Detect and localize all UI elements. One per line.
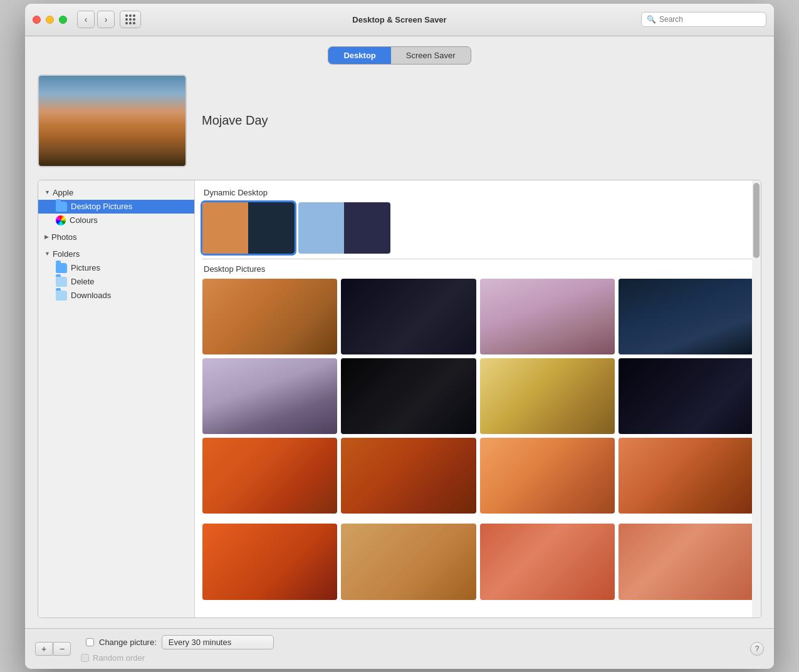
sidebar-folders-header[interactable]: ▼ Folders [38, 247, 194, 261]
change-picture-row: Change picture: Every 5 seconds Every 1 … [86, 635, 274, 649]
sidebar-item-delete[interactable]: Delete [38, 275, 194, 289]
list-item[interactable] [341, 358, 476, 434]
sidebar-section-folders: ▼ Folders Pictures Delete Downloads [38, 247, 194, 302]
list-item[interactable] [341, 438, 476, 514]
dynamic-desktop-grid [202, 202, 390, 254]
dynamic-desktop-label: Dynamic Desktop [202, 188, 753, 197]
titlebar: ‹ › Desktop & Screen Saver 🔍 [25, 4, 774, 36]
tab-bar: Desktop Screen Saver [38, 46, 761, 65]
bottom-bar: + − Change picture: Every 5 seconds Ever… [25, 628, 774, 669]
remove-button[interactable]: − [53, 642, 71, 656]
sidebar-downloads-label: Downloads [71, 291, 111, 300]
add-remove-buttons: + − [35, 642, 71, 656]
help-button[interactable]: ? [750, 642, 764, 656]
preview-section: Mojave Day [38, 75, 761, 167]
section-divider [202, 259, 753, 259]
sidebar-colours-label: Colours [70, 215, 98, 225]
sidebar-delete-label: Delete [71, 277, 95, 286]
desktop-pictures-section: Desktop Pictures [202, 264, 753, 599]
list-item[interactable] [480, 358, 615, 434]
sidebar-item-downloads[interactable]: Downloads [38, 289, 194, 302]
preview-thumbnail [38, 75, 187, 167]
main-content: Desktop Screen Saver Mojave Day ▼ Apple [25, 36, 774, 628]
preview-image [39, 76, 185, 166]
interval-select[interactable]: Every 5 seconds Every 1 minute Every 5 m… [162, 635, 274, 649]
close-button[interactable] [33, 16, 41, 24]
change-picture-label: Change picture: [99, 638, 157, 647]
controls-right: Change picture: Every 5 seconds Every 1 … [81, 635, 274, 663]
change-picture-checkbox[interactable] [86, 638, 94, 646]
search-input[interactable] [659, 15, 761, 24]
sidebar-apple-label: Apple [53, 188, 73, 197]
search-bar[interactable]: 🔍 [641, 12, 766, 27]
interval-select-wrapper: Every 5 seconds Every 1 minute Every 5 m… [162, 635, 274, 649]
nav-buttons: ‹ › [77, 11, 115, 28]
list-item[interactable] [202, 279, 337, 354]
sidebar-photos-label: Photos [51, 232, 76, 242]
color-circle-icon [56, 215, 66, 225]
list-item[interactable] [202, 524, 337, 599]
wallpaper-catalina-dynamic[interactable] [298, 202, 390, 254]
list-item[interactable] [341, 279, 476, 354]
desktop-pictures-label: Desktop Pictures [202, 264, 753, 274]
random-order-checkbox[interactable] [81, 654, 89, 662]
list-item[interactable] [480, 524, 615, 599]
desktop-pictures-grid-extra [202, 524, 753, 599]
sidebar-pictures-label: Pictures [71, 263, 100, 272]
scrollbar-thumb[interactable] [753, 183, 760, 258]
browser-area: ▼ Apple Desktop Pictures Colours ▶ [38, 180, 761, 618]
folder-icon [56, 202, 67, 212]
tab-group: Desktop Screen Saver [328, 46, 471, 65]
list-item[interactable] [619, 524, 753, 599]
list-item[interactable] [619, 438, 753, 514]
grid-icon [125, 14, 135, 24]
dynamic-desktop-section: Dynamic Desktop [202, 188, 753, 254]
folder-delete-icon [56, 277, 67, 287]
desktop-pictures-grid [202, 279, 753, 514]
forward-button[interactable]: › [97, 11, 115, 28]
list-item[interactable] [619, 358, 753, 434]
sidebar-folders-label: Folders [53, 249, 80, 259]
window-title: Desktop & Screen Saver [352, 15, 446, 24]
folder-pictures-icon [56, 263, 67, 273]
add-button[interactable]: + [35, 642, 53, 656]
back-button[interactable]: ‹ [77, 11, 95, 28]
sidebar-desktop-pictures-label: Desktop Pictures [71, 202, 132, 211]
list-item[interactable] [480, 438, 615, 514]
list-item[interactable] [480, 279, 615, 354]
traffic-lights [33, 16, 67, 24]
search-icon: 🔍 [647, 15, 656, 24]
sidebar-section-photos: ▶ Photos [38, 230, 194, 244]
wallpaper-grid-area: Dynamic Desktop Desktop Pictures [195, 180, 761, 618]
maximize-button[interactable] [59, 16, 67, 24]
list-item[interactable] [341, 524, 476, 599]
wallpaper-mojave-dynamic[interactable] [202, 202, 295, 254]
sidebar-photos-header[interactable]: ▶ Photos [38, 230, 194, 244]
sidebar-section-apple: ▼ Apple Desktop Pictures Colours [38, 185, 194, 227]
list-item[interactable] [619, 279, 753, 354]
list-item[interactable] [202, 438, 337, 514]
sidebar-item-pictures[interactable]: Pictures [38, 261, 194, 275]
triangle-right-icon: ▶ [44, 234, 49, 240]
sidebar-apple-header[interactable]: ▼ Apple [38, 185, 194, 200]
random-order-row: Random order [81, 653, 274, 663]
random-order-label: Random order [93, 653, 145, 663]
app-grid-button[interactable] [120, 11, 141, 28]
scrollbar-track[interactable] [752, 180, 761, 618]
tab-desktop[interactable]: Desktop [328, 47, 390, 64]
triangle-down-icon-2: ▼ [44, 251, 50, 257]
folder-downloads-icon [56, 291, 67, 301]
triangle-down-icon: ▼ [44, 189, 50, 195]
minimize-button[interactable] [46, 16, 54, 24]
preview-name: Mojave Day [202, 113, 268, 128]
tab-screensaver[interactable]: Screen Saver [391, 47, 471, 64]
sidebar-item-colours[interactable]: Colours [38, 214, 194, 227]
sidebar: ▼ Apple Desktop Pictures Colours ▶ [38, 180, 195, 618]
main-window: ‹ › Desktop & Screen Saver 🔍 Desktop Scr… [25, 4, 774, 669]
sidebar-item-desktop-pictures[interactable]: Desktop Pictures [38, 200, 194, 214]
list-item[interactable] [202, 358, 337, 434]
